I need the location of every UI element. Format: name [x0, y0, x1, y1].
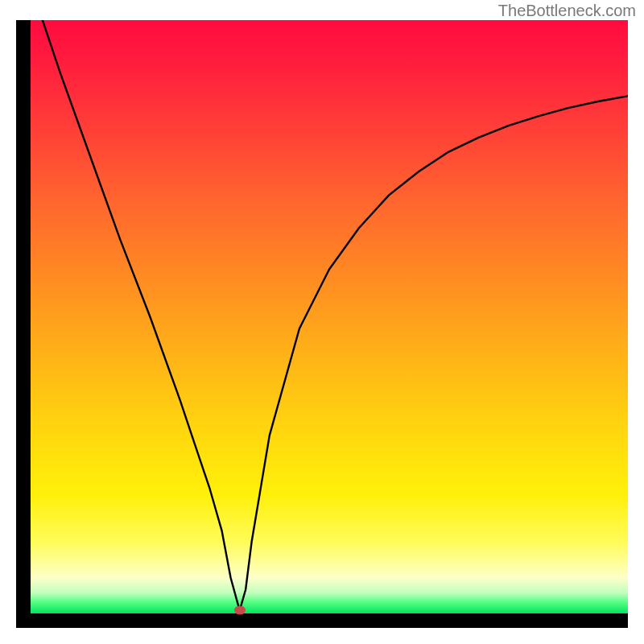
plot-area — [31, 20, 628, 613]
chart-frame — [16, 20, 628, 628]
watermark-text: TheBottleneck.com — [498, 2, 636, 20]
chart-container: TheBottleneck.com — [0, 0, 644, 644]
optimum-marker — [234, 606, 246, 615]
curve-svg — [31, 20, 628, 613]
bottleneck-curve — [43, 20, 628, 610]
